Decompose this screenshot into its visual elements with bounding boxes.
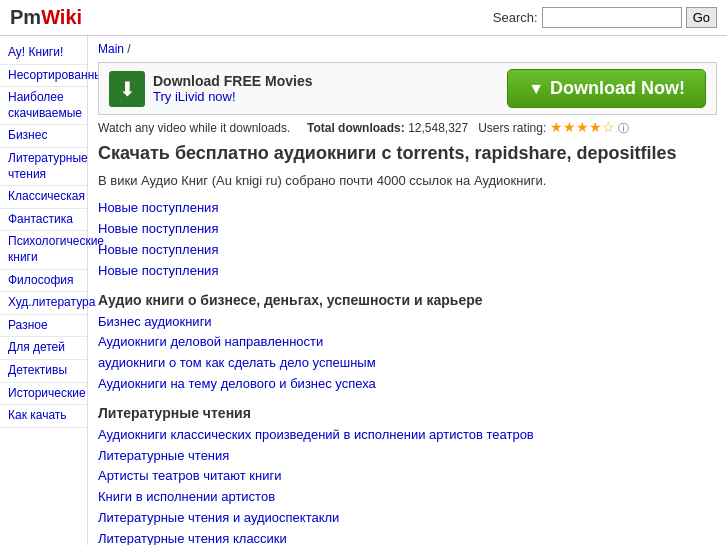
sidebar-item[interactable]: Для детей bbox=[0, 337, 87, 360]
new-arrivals-link[interactable]: Новые поступления bbox=[98, 261, 717, 282]
sidebar-item[interactable]: Философия bbox=[0, 270, 87, 293]
sidebar-item[interactable]: Фантастика bbox=[0, 209, 87, 232]
logo-pm: Pm bbox=[10, 6, 41, 28]
ad-right: ▼ Download Now! bbox=[507, 69, 706, 108]
sidebar-item[interactable]: Наиболее скачиваемые bbox=[0, 87, 87, 125]
sidebar-item[interactable]: Ау! Книги! bbox=[0, 42, 87, 65]
sidebar-item[interactable]: Классическая bbox=[0, 186, 87, 209]
breadcrumb-main[interactable]: Main bbox=[98, 42, 124, 56]
section-link[interactable]: Книги в исполнении артистов bbox=[98, 487, 717, 508]
total-downloads-label: Total downloads: bbox=[307, 121, 405, 135]
new-arrivals-section: Новые поступленияНовые поступленияНовые … bbox=[98, 198, 717, 281]
section-header: Аудио книги о бизнесе, деньгах, успешнос… bbox=[98, 292, 717, 308]
search-button[interactable]: Go bbox=[686, 7, 717, 28]
sidebar-item[interactable]: Психологические книги bbox=[0, 231, 87, 269]
new-arrivals-link[interactable]: Новые поступления bbox=[98, 219, 717, 240]
sidebar-item[interactable]: Несортированные bbox=[0, 65, 87, 88]
section-link[interactable]: Бизнес аудиокниги bbox=[98, 312, 717, 333]
watch-text: Watch any video while it downloads. bbox=[98, 121, 290, 135]
download-btn-label: Download Now! bbox=[550, 78, 685, 99]
ad-banner: ⬇ Download FREE Movies Try iLivid now! ▼… bbox=[98, 62, 717, 115]
section-link[interactable]: Артисты театров читают книги bbox=[98, 466, 717, 487]
star-rating: ★★★★ bbox=[550, 119, 602, 135]
sections-container: Аудио книги о бизнесе, деньгах, успешнос… bbox=[98, 292, 717, 545]
new-arrivals-link[interactable]: Новые поступления bbox=[98, 240, 717, 261]
intro-text: В вики Аудио Книг (Au knigi ru) собрано … bbox=[98, 173, 717, 188]
sidebar-item[interactable]: Детективы bbox=[0, 360, 87, 383]
breadcrumb-separator: / bbox=[124, 42, 131, 56]
section-link-list: Бизнес аудиокнигиАудиокниги деловой напр… bbox=[98, 312, 717, 395]
site-logo[interactable]: PmWiki bbox=[10, 6, 82, 29]
search-input[interactable] bbox=[542, 7, 682, 28]
section-link[interactable]: аудиокниги о том как сделать дело успешн… bbox=[98, 353, 717, 374]
users-rating-label: Users rating: bbox=[478, 121, 546, 135]
search-area: Search: Go bbox=[493, 7, 717, 28]
star-count-icon: ⓘ bbox=[618, 122, 629, 134]
sidebar-item[interactable]: Бизнес bbox=[0, 125, 87, 148]
btn-arrow-icon: ▼ bbox=[528, 80, 544, 98]
section-link[interactable]: Литературные чтения bbox=[98, 446, 717, 467]
section-link[interactable]: Аудиокниги деловой направленности bbox=[98, 332, 717, 353]
download-now-button[interactable]: ▼ Download Now! bbox=[507, 69, 706, 108]
stats-row: Watch any video while it downloads. Tota… bbox=[98, 119, 717, 136]
ad-text-block: Download FREE Movies Try iLivid now! bbox=[153, 73, 312, 104]
sidebar-item[interactable]: Как качать bbox=[0, 405, 87, 428]
download-arrow-icon: ⬇ bbox=[109, 71, 145, 107]
section-link[interactable]: Аудиокниги на тему делового и бизнес усп… bbox=[98, 374, 717, 395]
section-link[interactable]: Аудиокниги классических произведений в и… bbox=[98, 425, 717, 446]
ad-title: Download FREE Movies bbox=[153, 73, 312, 89]
main-content: Main / ⬇ Download FREE Movies Try iLivid… bbox=[88, 36, 727, 545]
ad-link[interactable]: Try iLivid now! bbox=[153, 89, 236, 104]
half-star: ☆ bbox=[602, 119, 615, 135]
new-arrivals-link[interactable]: Новые поступления bbox=[98, 198, 717, 219]
search-label: Search: bbox=[493, 10, 538, 25]
sidebar: Ау! Книги!НесортированныеНаиболее скачив… bbox=[0, 36, 88, 545]
total-downloads-value: 12,548,327 bbox=[408, 121, 468, 135]
sidebar-item[interactable]: Литературные чтения bbox=[0, 148, 87, 186]
ad-left: ⬇ Download FREE Movies Try iLivid now! bbox=[109, 71, 312, 107]
breadcrumb: Main / bbox=[98, 42, 717, 56]
sidebar-item[interactable]: Разное bbox=[0, 315, 87, 338]
page-title: Скачать бесплатно аудиокниги с torrents,… bbox=[98, 142, 717, 165]
section-header: Литературные чтения bbox=[98, 405, 717, 421]
sidebar-item[interactable]: Худ.литература bbox=[0, 292, 87, 315]
section-link-list: Аудиокниги классических произведений в и… bbox=[98, 425, 717, 545]
section-link[interactable]: Литературные чтения классики bbox=[98, 529, 717, 545]
logo-wiki: Wiki bbox=[41, 6, 82, 28]
section-link[interactable]: Литературные чтения и аудиоспектакли bbox=[98, 508, 717, 529]
sidebar-item[interactable]: Исторические bbox=[0, 383, 87, 406]
